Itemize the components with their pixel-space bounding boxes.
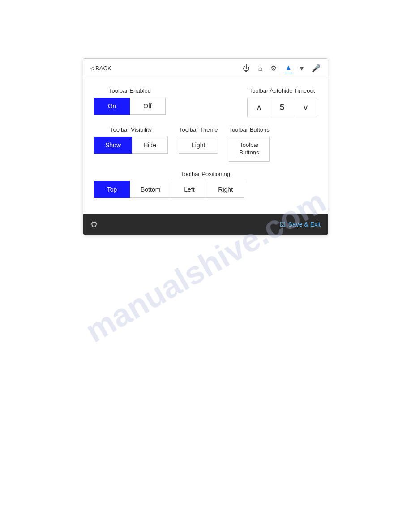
toolbar-enabled-buttons: On Off [94,98,166,115]
nav-bar: < BACK ⏻ ⌂ ⚙ ▲ ▾ 🎤 [83,59,328,78]
dropdown-icon[interactable]: ▾ [300,64,304,73]
save-exit-label: Save & Exit [288,221,321,228]
save-exit-button[interactable]: ☑ Save & Exit [280,221,321,228]
gear-icon[interactable]: ⚙ [270,64,277,73]
positioning-bottom-button[interactable]: Bottom [130,181,171,198]
toolbar-buttons-label: Toolbar Buttons [229,126,269,133]
row-enabled-autohide: Toolbar Enabled On Off Toolbar Autohide … [94,87,317,117]
bottom-settings-icon[interactable]: ⚙ [90,219,98,229]
app-window: < BACK ⏻ ⌂ ⚙ ▲ ▾ 🎤 Toolbar Enabled On Of… [83,58,328,235]
positioning-left-button[interactable]: Left [171,181,207,198]
toolbar-visibility-buttons: Show Hide [94,137,168,154]
nav-icons: ⏻ ⌂ ⚙ ▲ ▾ 🎤 [243,64,321,73]
toolbar-enabled-off-button[interactable]: Off [130,98,166,115]
main-content: Toolbar Enabled On Off Toolbar Autohide … [83,78,328,214]
positioning-top-button[interactable]: Top [94,181,130,198]
toolbar-positioning-buttons: Top Bottom Left Right [94,181,317,198]
toolbar-visibility-label: Toolbar Visibility [94,126,168,133]
save-icon: ☑ [280,221,286,228]
toolbar-hide-button[interactable]: Hide [132,137,168,154]
positioning-right-button[interactable]: Right [207,181,244,198]
mic-icon[interactable]: 🎤 [312,64,321,73]
toolbar-show-button[interactable]: Show [94,137,132,154]
toolbar-theme-button[interactable]: Light [179,137,218,154]
toolbar-enabled-on-button[interactable]: On [94,98,130,115]
row-visibility-theme-buttons: Toolbar Visibility Show Hide Toolbar The… [94,126,317,162]
toolbar-positioning-label: Toolbar Positioning [94,171,317,177]
back-button[interactable]: < BACK [90,65,111,72]
timeout-controls: ∧ 5 ∨ [247,98,317,117]
toolbar-theme-label: Toolbar Theme [179,126,218,133]
timeout-decrement-button[interactable]: ∨ [294,98,317,117]
toolbar-visibility-group: Toolbar Visibility Show Hide [94,126,168,162]
toolbar-enabled-group: Toolbar Enabled On Off [94,87,166,117]
toolbar-buttons-group: Toolbar Buttons ToolbarButtons [229,126,269,162]
toolbar-autohide-label: Toolbar Autohide Timeout [247,87,317,94]
home-icon[interactable]: ⌂ [258,64,262,73]
toolbar-positioning-section: Toolbar Positioning Top Bottom Left Righ… [94,171,317,198]
timeout-value: 5 [270,98,294,117]
upload-icon[interactable]: ▲ [285,64,292,73]
toolbar-autohide-group: Toolbar Autohide Timeout ∧ 5 ∨ [247,87,317,117]
bottom-bar: ⚙ ☑ Save & Exit [83,214,328,235]
power-icon[interactable]: ⏻ [243,64,250,73]
toolbar-theme-group: Toolbar Theme Light [179,126,218,162]
toolbar-enabled-label: Toolbar Enabled [94,87,166,94]
toolbar-buttons-button[interactable]: ToolbarButtons [229,137,269,162]
timeout-increment-button[interactable]: ∧ [247,98,270,117]
